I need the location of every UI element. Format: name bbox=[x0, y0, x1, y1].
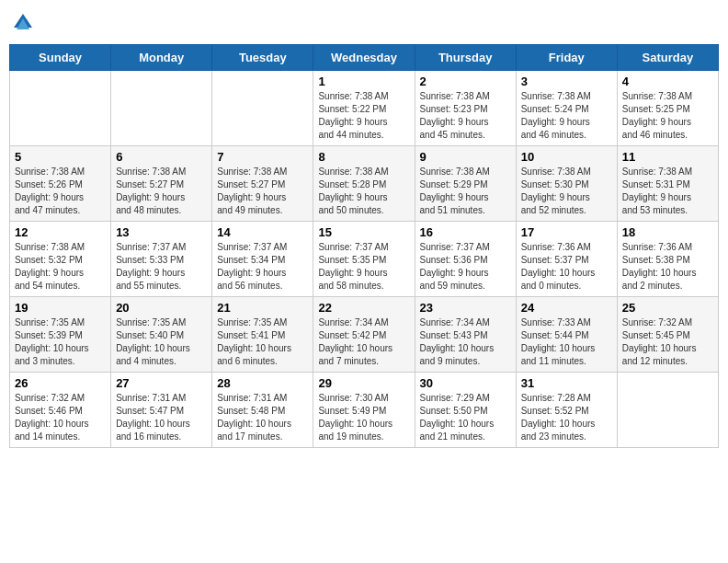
day-info: Sunrise: 7:29 AM Sunset: 5:50 PM Dayligh… bbox=[420, 392, 511, 443]
day-number: 9 bbox=[420, 150, 511, 164]
day-info: Sunrise: 7:32 AM Sunset: 5:45 PM Dayligh… bbox=[622, 316, 713, 368]
day-info: Sunrise: 7:38 AM Sunset: 5:28 PM Dayligh… bbox=[318, 166, 409, 217]
calendar-cell: 4Sunrise: 7:38 AM Sunset: 5:25 PM Daylig… bbox=[617, 71, 718, 146]
day-number: 4 bbox=[622, 75, 713, 88]
day-number: 18 bbox=[622, 225, 713, 239]
day-info: Sunrise: 7:37 AM Sunset: 5:33 PM Dayligh… bbox=[116, 241, 207, 293]
calendar-cell: 6Sunrise: 7:38 AM Sunset: 5:27 PM Daylig… bbox=[111, 146, 212, 222]
page: SundayMondayTuesdayWednesdayThursdayFrid… bbox=[0, 0, 728, 563]
calendar-cell: 26Sunrise: 7:32 AM Sunset: 5:46 PM Dayli… bbox=[10, 373, 111, 448]
day-info: Sunrise: 7:35 AM Sunset: 5:41 PM Dayligh… bbox=[217, 316, 308, 368]
calendar-cell: 13Sunrise: 7:37 AM Sunset: 5:33 PM Dayli… bbox=[111, 222, 212, 297]
day-info: Sunrise: 7:38 AM Sunset: 5:24 PM Dayligh… bbox=[521, 90, 612, 142]
calendar-cell bbox=[10, 71, 111, 146]
day-info: Sunrise: 7:37 AM Sunset: 5:34 PM Dayligh… bbox=[217, 241, 308, 293]
day-number: 22 bbox=[318, 301, 409, 315]
calendar-cell: 31Sunrise: 7:28 AM Sunset: 5:52 PM Dayli… bbox=[516, 373, 617, 448]
calendar-cell: 20Sunrise: 7:35 AM Sunset: 5:40 PM Dayli… bbox=[111, 297, 212, 373]
day-info: Sunrise: 7:38 AM Sunset: 5:22 PM Dayligh… bbox=[318, 90, 409, 142]
day-number: 11 bbox=[622, 150, 713, 164]
day-header-wednesday: Wednesday bbox=[313, 45, 415, 71]
calendar-cell: 28Sunrise: 7:31 AM Sunset: 5:48 PM Dayli… bbox=[212, 373, 313, 448]
calendar-cell: 17Sunrise: 7:36 AM Sunset: 5:37 PM Dayli… bbox=[516, 222, 617, 297]
day-number: 29 bbox=[318, 376, 409, 390]
calendar-cell: 9Sunrise: 7:38 AM Sunset: 5:29 PM Daylig… bbox=[415, 146, 516, 222]
day-number: 2 bbox=[420, 75, 511, 88]
calendar-cell: 22Sunrise: 7:34 AM Sunset: 5:42 PM Dayli… bbox=[313, 297, 415, 373]
day-info: Sunrise: 7:31 AM Sunset: 5:48 PM Dayligh… bbox=[217, 392, 308, 443]
calendar-cell: 25Sunrise: 7:32 AM Sunset: 5:45 PM Dayli… bbox=[617, 297, 718, 373]
day-info: Sunrise: 7:38 AM Sunset: 5:29 PM Dayligh… bbox=[420, 166, 511, 217]
day-number: 8 bbox=[318, 150, 409, 164]
day-number: 26 bbox=[15, 376, 106, 390]
day-number: 27 bbox=[116, 376, 207, 390]
calendar-cell: 12Sunrise: 7:38 AM Sunset: 5:32 PM Dayli… bbox=[10, 222, 111, 297]
calendar-cell: 5Sunrise: 7:38 AM Sunset: 5:26 PM Daylig… bbox=[10, 146, 111, 222]
calendar-cell: 1Sunrise: 7:38 AM Sunset: 5:22 PM Daylig… bbox=[313, 71, 415, 146]
calendar-cell: 19Sunrise: 7:35 AM Sunset: 5:39 PM Dayli… bbox=[10, 297, 111, 373]
day-info: Sunrise: 7:36 AM Sunset: 5:38 PM Dayligh… bbox=[622, 241, 713, 293]
day-number: 31 bbox=[521, 376, 612, 390]
day-number: 17 bbox=[521, 225, 612, 239]
day-header-sunday: Sunday bbox=[10, 45, 111, 71]
calendar-cell: 7Sunrise: 7:38 AM Sunset: 5:27 PM Daylig… bbox=[212, 146, 313, 222]
day-number: 13 bbox=[116, 225, 207, 239]
day-number: 6 bbox=[116, 150, 207, 164]
calendar-cell: 18Sunrise: 7:36 AM Sunset: 5:38 PM Dayli… bbox=[617, 222, 718, 297]
calendar-cell: 24Sunrise: 7:33 AM Sunset: 5:44 PM Dayli… bbox=[516, 297, 617, 373]
day-info: Sunrise: 7:31 AM Sunset: 5:47 PM Dayligh… bbox=[116, 392, 207, 443]
day-number: 12 bbox=[15, 225, 106, 239]
calendar-week-row: 26Sunrise: 7:32 AM Sunset: 5:46 PM Dayli… bbox=[10, 373, 719, 448]
day-header-tuesday: Tuesday bbox=[212, 45, 313, 71]
day-info: Sunrise: 7:34 AM Sunset: 5:42 PM Dayligh… bbox=[318, 316, 409, 368]
day-info: Sunrise: 7:33 AM Sunset: 5:44 PM Dayligh… bbox=[521, 316, 612, 368]
day-info: Sunrise: 7:38 AM Sunset: 5:26 PM Dayligh… bbox=[15, 166, 106, 217]
day-number: 5 bbox=[15, 150, 106, 164]
day-number: 7 bbox=[217, 150, 308, 164]
calendar-table: SundayMondayTuesdayWednesdayThursdayFrid… bbox=[9, 44, 719, 448]
day-info: Sunrise: 7:37 AM Sunset: 5:36 PM Dayligh… bbox=[420, 241, 511, 293]
day-info: Sunrise: 7:38 AM Sunset: 5:27 PM Dayligh… bbox=[116, 166, 207, 217]
day-info: Sunrise: 7:38 AM Sunset: 5:31 PM Dayligh… bbox=[622, 166, 713, 217]
day-number: 3 bbox=[521, 75, 612, 88]
day-number: 10 bbox=[521, 150, 612, 164]
day-number: 28 bbox=[217, 376, 308, 390]
day-number: 30 bbox=[420, 376, 511, 390]
calendar-cell: 29Sunrise: 7:30 AM Sunset: 5:49 PM Dayli… bbox=[313, 373, 415, 448]
calendar-cell: 8Sunrise: 7:38 AM Sunset: 5:28 PM Daylig… bbox=[313, 146, 415, 222]
day-number: 20 bbox=[116, 301, 207, 315]
logo bbox=[9, 9, 40, 37]
day-info: Sunrise: 7:35 AM Sunset: 5:40 PM Dayligh… bbox=[116, 316, 207, 368]
calendar-cell bbox=[111, 71, 212, 146]
calendar-cell: 27Sunrise: 7:31 AM Sunset: 5:47 PM Dayli… bbox=[111, 373, 212, 448]
day-info: Sunrise: 7:34 AM Sunset: 5:43 PM Dayligh… bbox=[420, 316, 511, 368]
calendar-cell: 11Sunrise: 7:38 AM Sunset: 5:31 PM Dayli… bbox=[617, 146, 718, 222]
day-info: Sunrise: 7:38 AM Sunset: 5:30 PM Dayligh… bbox=[521, 166, 612, 217]
day-info: Sunrise: 7:38 AM Sunset: 5:32 PM Dayligh… bbox=[15, 241, 106, 293]
day-header-thursday: Thursday bbox=[415, 45, 516, 71]
day-number: 23 bbox=[420, 301, 511, 315]
calendar-cell: 2Sunrise: 7:38 AM Sunset: 5:23 PM Daylig… bbox=[415, 71, 516, 146]
calendar-week-row: 19Sunrise: 7:35 AM Sunset: 5:39 PM Dayli… bbox=[10, 297, 719, 373]
logo-icon bbox=[9, 9, 37, 37]
day-number: 19 bbox=[15, 301, 106, 315]
calendar-cell bbox=[212, 71, 313, 146]
header bbox=[9, 9, 719, 37]
day-info: Sunrise: 7:37 AM Sunset: 5:35 PM Dayligh… bbox=[318, 241, 409, 293]
calendar-cell: 3Sunrise: 7:38 AM Sunset: 5:24 PM Daylig… bbox=[516, 71, 617, 146]
day-info: Sunrise: 7:38 AM Sunset: 5:23 PM Dayligh… bbox=[420, 90, 511, 142]
day-header-monday: Monday bbox=[111, 45, 212, 71]
day-number: 15 bbox=[318, 225, 409, 239]
calendar-cell: 21Sunrise: 7:35 AM Sunset: 5:41 PM Dayli… bbox=[212, 297, 313, 373]
calendar-week-row: 5Sunrise: 7:38 AM Sunset: 5:26 PM Daylig… bbox=[10, 146, 719, 222]
day-info: Sunrise: 7:30 AM Sunset: 5:49 PM Dayligh… bbox=[318, 392, 409, 443]
calendar-cell: 15Sunrise: 7:37 AM Sunset: 5:35 PM Dayli… bbox=[313, 222, 415, 297]
calendar-cell: 16Sunrise: 7:37 AM Sunset: 5:36 PM Dayli… bbox=[415, 222, 516, 297]
day-number: 1 bbox=[318, 75, 409, 88]
day-header-saturday: Saturday bbox=[617, 45, 718, 71]
day-number: 16 bbox=[420, 225, 511, 239]
calendar-cell: 14Sunrise: 7:37 AM Sunset: 5:34 PM Dayli… bbox=[212, 222, 313, 297]
day-info: Sunrise: 7:36 AM Sunset: 5:37 PM Dayligh… bbox=[521, 241, 612, 293]
day-info: Sunrise: 7:38 AM Sunset: 5:25 PM Dayligh… bbox=[622, 90, 713, 142]
day-info: Sunrise: 7:38 AM Sunset: 5:27 PM Dayligh… bbox=[217, 166, 308, 217]
